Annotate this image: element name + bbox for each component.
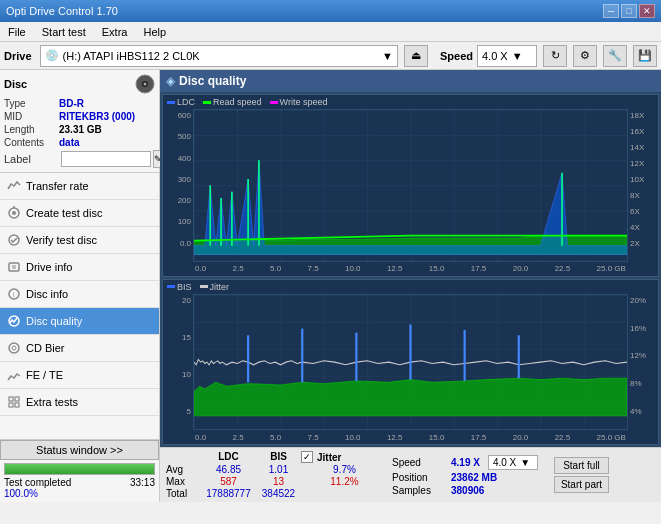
contents-key: Contents [4,137,59,148]
bottom-chart-plot [193,294,628,430]
total-label: Total [166,488,201,499]
refresh-button[interactable]: ↻ [543,45,567,67]
type-value: BD-R [59,98,84,109]
speed-selector[interactable]: 4.0 X ▼ [477,45,537,67]
nav-create-disc-label: Create test disc [26,207,102,219]
svg-rect-17 [9,403,13,407]
legend-read-speed: Read speed [203,97,262,107]
legend-bis-label: BIS [177,282,192,292]
label-key: Label [4,153,59,165]
start-full-button[interactable]: Start full [554,457,609,474]
bottom-chart-area: BIS Jitter 20 15 10 5 [162,279,659,445]
legend-write-speed: Write speed [270,97,328,107]
nav-transfer-rate[interactable]: Transfer rate [0,173,159,200]
options-button2[interactable]: 🔧 [603,45,627,67]
menubar: File Start test Extra Help [0,22,661,42]
svg-point-13 [9,343,19,353]
jitter-max: 11.2% [317,476,372,487]
nav-drive-info[interactable]: Drive info [0,254,159,281]
max-label: Max [166,476,201,487]
menu-help[interactable]: Help [139,25,170,39]
nav-transfer-rate-label: Transfer rate [26,180,89,192]
minimize-button[interactable]: ─ [603,4,619,18]
status-text: Test completed [4,477,71,488]
drive-value: (H:) ATAPI iHBS112 2 CL0K [63,50,200,62]
legend-jitter-label: Jitter [210,282,230,292]
samples-row: Samples 380906 [392,485,538,496]
legend-write-speed-label: Write speed [280,97,328,107]
nav-create-test-disc[interactable]: Create test disc [0,200,159,227]
drive-selector[interactable]: 💿 (H:) ATAPI iHBS112 2 CL0K ▼ [40,45,398,67]
svg-point-2 [144,83,147,86]
nav-disc-info-label: Disc info [26,288,68,300]
disc-icon [135,74,155,94]
disc-quality-icon [6,313,22,329]
speed-select-arrow[interactable]: ▼ [520,457,530,468]
write-speed-dot [270,101,278,104]
top-chart-plot [193,109,628,262]
save-button[interactable]: 💾 [633,45,657,67]
nav-verify-label: Verify test disc [26,234,97,246]
drive-label: Drive [4,50,32,62]
speed-value: 4.19 X [451,457,480,468]
read-speed-dot [203,101,211,104]
menu-file[interactable]: File [4,25,30,39]
legend-ldc: LDC [167,97,195,107]
nav-fe-te[interactable]: FE / TE [0,362,159,389]
nav-disc-info[interactable]: i Disc info [0,281,159,308]
nav-drive-info-label: Drive info [26,261,72,273]
top-chart-body: 600 500 400 300 200 100 0.0 [163,109,658,262]
jitter-checkbox[interactable]: ✓ [301,451,313,463]
chart-header: ◈ Disc quality [160,70,661,92]
menu-extra[interactable]: Extra [98,25,132,39]
svg-rect-16 [15,397,19,401]
nav-disc-quality[interactable]: Disc quality [0,308,159,335]
close-button[interactable]: ✕ [639,4,655,18]
bottom-chart-legend: BIS Jitter [163,280,658,294]
drive-dropdown-arrow[interactable]: ▼ [382,50,393,62]
nav-extra-tests-label: Extra tests [26,396,78,408]
window-controls: ─ □ ✕ [603,4,655,18]
length-key: Length [4,124,59,135]
start-part-button[interactable]: Start part [554,476,609,493]
position-value: 23862 MB [451,472,497,483]
ldc-total: 17888777 [201,488,256,499]
status-window-button[interactable]: Status window >> [0,440,159,460]
progress-section: Test completed 33:13 100.0% [0,460,159,502]
nav-fe-te-label: FE / TE [26,369,63,381]
bottom-stats-area: LDC BIS ✓ Jitter Avg 46.85 1.01 9.7% [160,447,661,502]
nav-extra-tests[interactable]: Extra tests [0,389,159,416]
top-chart-legend: LDC Read speed Write speed [163,95,658,109]
drivebar: Drive 💿 (H:) ATAPI iHBS112 2 CL0K ▼ ⏏ Sp… [0,42,661,70]
progress-row: Test completed 33:13 [4,477,155,488]
disc-type-row: Type BD-R [4,98,155,109]
drive-info-icon [6,259,22,275]
empty-col [166,451,201,463]
bottom-y-axis-left: 20 15 10 5 [163,294,193,430]
progress-bar-container [4,463,155,475]
stats-table: LDC BIS ✓ Jitter Avg 46.85 1.01 9.7% [166,451,372,499]
speed-dropdown-arrow[interactable]: ▼ [512,50,523,62]
jitter-section: ✓ Jitter [301,451,341,463]
ldc-max: 587 [201,476,256,487]
nav-items: Transfer rate Create test disc Verify te… [0,173,159,416]
maximize-button[interactable]: □ [621,4,637,18]
avg-row: Avg 46.85 1.01 9.7% [166,464,372,475]
drive-icon: 💿 [45,49,59,62]
transfer-rate-icon [6,178,22,194]
nav-verify-test-disc[interactable]: Verify test disc [0,227,159,254]
svg-point-14 [12,346,16,350]
nav-cd-bier[interactable]: CD Bier [0,335,159,362]
speed-select-box[interactable]: 4.0 X ▼ [488,455,538,470]
disc-label-input[interactable] [61,151,151,167]
options-button1[interactable]: ⚙ [573,45,597,67]
disc-info-icon: i [6,286,22,302]
menu-start-test[interactable]: Start test [38,25,90,39]
nav-cd-bier-label: CD Bier [26,342,65,354]
chart-header-icon: ◈ [166,74,175,88]
speed-row: Speed 4.19 X 4.0 X ▼ [392,455,538,470]
extra-tests-icon [6,394,22,410]
chart-title: Disc quality [179,74,246,88]
eject-button[interactable]: ⏏ [404,45,428,67]
stats-header-row: LDC BIS ✓ Jitter [166,451,372,463]
